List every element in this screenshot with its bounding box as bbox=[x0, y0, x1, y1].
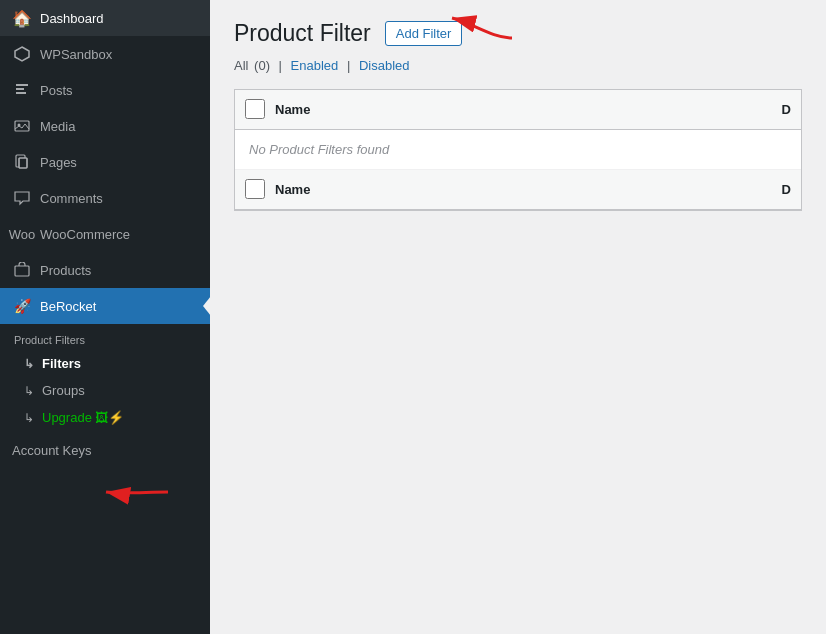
sidebar-item-label: Posts bbox=[40, 83, 73, 98]
sidebar-item-comments[interactable]: Comments bbox=[0, 180, 210, 216]
table-footer-row: Name D bbox=[235, 170, 801, 210]
svg-rect-4 bbox=[19, 158, 27, 168]
sidebar-item-label: Dashboard bbox=[40, 11, 104, 26]
pages-icon bbox=[12, 152, 32, 172]
woocommerce-icon: Woo bbox=[12, 224, 32, 244]
submenu-item-upgrade[interactable]: ↳ Upgrade 🖼⚡ bbox=[0, 404, 210, 431]
empty-message: No Product Filters found bbox=[249, 142, 389, 157]
sidebar-item-label: Comments bbox=[40, 191, 103, 206]
submenu-arrow-icon: ↳ bbox=[24, 384, 34, 398]
media-icon bbox=[12, 116, 32, 136]
table-header-row: Name D bbox=[235, 90, 801, 130]
sidebar-item-label: BeRocket bbox=[40, 299, 96, 314]
submenu-section-label: Product Filters bbox=[0, 324, 210, 350]
add-filter-button-container: Add Filter bbox=[385, 21, 463, 46]
page-title: Product Filter bbox=[234, 20, 371, 48]
sidebar-item-label: WooCommerce bbox=[40, 227, 130, 242]
add-filter-button[interactable]: Add Filter bbox=[385, 21, 463, 46]
comments-icon bbox=[12, 188, 32, 208]
svg-marker-0 bbox=[15, 47, 29, 61]
sidebar-item-media[interactable]: Media bbox=[0, 108, 210, 144]
sidebar-item-label: Account Keys bbox=[12, 443, 92, 458]
sidebar-item-label: Products bbox=[40, 263, 91, 278]
col-name-header: Name bbox=[275, 102, 771, 117]
page-header: Product Filter Add Filter bbox=[234, 20, 802, 48]
footer-select-all-checkbox[interactable] bbox=[245, 179, 265, 199]
col-d-footer: D bbox=[771, 182, 791, 197]
sidebar-item-berocket[interactable]: 🚀 BeRocket bbox=[0, 288, 210, 324]
products-icon bbox=[12, 260, 32, 280]
submenu-item-filters[interactable]: ↳ Filters bbox=[0, 350, 210, 377]
submenu-arrow-icon: ↳ bbox=[24, 411, 34, 425]
table-empty-row: No Product Filters found bbox=[235, 130, 801, 170]
filter-tab-separator-2: | bbox=[347, 58, 350, 73]
sidebar-item-label: Media bbox=[40, 119, 75, 134]
filter-tab-separator-1: | bbox=[279, 58, 282, 73]
submenu-item-groups[interactable]: ↳ Groups bbox=[0, 377, 210, 404]
submenu-arrow-icon: ↳ bbox=[24, 357, 34, 371]
posts-icon bbox=[12, 80, 32, 100]
sidebar-item-label: Pages bbox=[40, 155, 77, 170]
filters-table: Name D No Product Filters found Name D bbox=[234, 89, 802, 211]
sidebar-item-wpsandbox[interactable]: WPSandbox bbox=[0, 36, 210, 72]
sidebar-item-label: WPSandbox bbox=[40, 47, 112, 62]
sidebar-item-account-keys[interactable]: Account Keys bbox=[0, 435, 210, 466]
sidebar-item-dashboard[interactable]: 🏠 Dashboard bbox=[0, 0, 210, 36]
berocket-icon: 🚀 bbox=[12, 296, 32, 316]
sidebar-item-pages[interactable]: Pages bbox=[0, 144, 210, 180]
submenu-label: Filters bbox=[42, 356, 81, 371]
submenu-upgrade-label: Upgrade 🖼⚡ bbox=[42, 410, 124, 425]
filter-tab-enabled[interactable]: Enabled bbox=[291, 58, 339, 73]
filter-tab-all[interactable]: All (0) bbox=[234, 58, 274, 73]
sidebar: 🏠 Dashboard WPSandbox Posts Media Pages bbox=[0, 0, 210, 634]
sidebar-item-posts[interactable]: Posts bbox=[0, 72, 210, 108]
select-all-checkbox[interactable] bbox=[245, 99, 265, 119]
svg-rect-6 bbox=[15, 266, 29, 276]
col-d-header: D bbox=[771, 102, 791, 117]
active-indicator bbox=[203, 296, 210, 316]
sidebar-item-woocommerce[interactable]: Woo WooCommerce bbox=[0, 216, 210, 252]
filter-tabs: All (0) | Enabled | Disabled bbox=[234, 58, 802, 73]
submenu-label: Groups bbox=[42, 383, 85, 398]
filter-tab-disabled[interactable]: Disabled bbox=[359, 58, 410, 73]
wpsandbox-icon bbox=[12, 44, 32, 64]
main-content: Product Filter Add Filter All (0) bbox=[210, 0, 826, 634]
dashboard-icon: 🏠 bbox=[12, 8, 32, 28]
col-name-footer: Name bbox=[275, 182, 771, 197]
sidebar-item-products[interactable]: Products bbox=[0, 252, 210, 288]
